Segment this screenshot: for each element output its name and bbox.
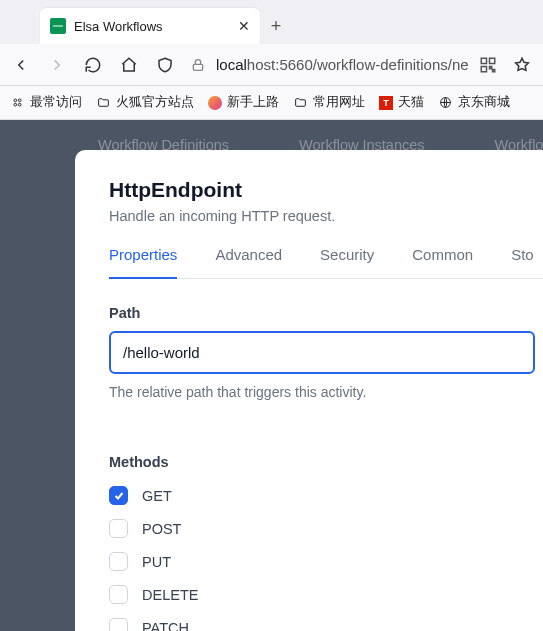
section-path: Path The relative path that triggers thi…	[109, 279, 543, 400]
checkbox-patch[interactable]	[109, 618, 128, 631]
method-item-put: PUT	[109, 552, 535, 571]
bookmark-jd[interactable]: 京东商城	[438, 94, 510, 111]
activity-panel: HttpEndpoint Handle an incoming HTTP req…	[75, 150, 543, 631]
qr-icon[interactable]	[479, 56, 497, 74]
svg-rect-3	[481, 66, 486, 71]
checkbox-put[interactable]	[109, 552, 128, 571]
tab-security[interactable]: Security	[320, 246, 374, 278]
back-button[interactable]	[10, 54, 32, 76]
firefox-icon	[208, 96, 222, 110]
method-item-delete: DELETE	[109, 585, 535, 604]
path-help: The relative path that triggers this act…	[109, 384, 535, 400]
forward-button[interactable]	[46, 54, 68, 76]
checkbox-post[interactable]	[109, 519, 128, 538]
tab-advanced[interactable]: Advanced	[215, 246, 282, 278]
panel-subtitle: Handle an incoming HTTP request.	[109, 208, 543, 224]
svg-point-6	[14, 99, 17, 102]
checkbox-delete[interactable]	[109, 585, 128, 604]
method-label: PUT	[142, 554, 171, 570]
method-label: PATCH	[142, 620, 189, 632]
bookmark-firefox-official[interactable]: 火狐官方站点	[96, 94, 194, 111]
new-tab-button[interactable]: +	[260, 8, 292, 44]
tab-properties[interactable]: Properties	[109, 246, 177, 279]
panel-title: HttpEndpoint	[109, 178, 543, 202]
svg-point-8	[14, 103, 17, 106]
tab-favicon	[50, 18, 66, 34]
svg-point-9	[18, 103, 21, 106]
svg-rect-4	[489, 66, 491, 68]
bookmark-label: 常用网址	[313, 94, 365, 111]
bookmark-label: 天猫	[398, 94, 424, 111]
bookmark-frequent[interactable]: 最常访问	[10, 94, 82, 111]
browser-chrome: Elsa Workflows ✕ + localhost:5660/workfl…	[0, 0, 543, 120]
method-label: GET	[142, 488, 172, 504]
method-label: POST	[142, 521, 181, 537]
svg-point-7	[18, 99, 21, 102]
svg-rect-1	[481, 58, 486, 63]
bookmark-label: 京东商城	[458, 94, 510, 111]
url-host: local	[216, 56, 247, 73]
svg-rect-5	[492, 69, 494, 71]
bookmark-newbie[interactable]: 新手上路	[208, 94, 279, 111]
reload-button[interactable]	[82, 54, 104, 76]
method-list: GET POST PUT DELETE PATCH	[109, 486, 535, 631]
method-item-post: POST	[109, 519, 535, 538]
browser-tab[interactable]: Elsa Workflows ✕	[40, 8, 260, 44]
tab-storage[interactable]: Sto	[511, 246, 534, 278]
panel-tabs: Properties Advanced Security Common Sto	[109, 246, 543, 279]
shield-icon[interactable]	[154, 54, 176, 76]
svg-rect-2	[489, 58, 494, 63]
section-methods: Methods GET POST PUT D	[109, 428, 543, 631]
tab-common[interactable]: Common	[412, 246, 473, 278]
address-url: localhost:5660/workflow-definitions/ne	[216, 56, 469, 73]
address-bar[interactable]: localhost:5660/workflow-definitions/ne	[190, 56, 497, 74]
home-button[interactable]	[118, 54, 140, 76]
app-area: Workflow Definitions Workflow Instances …	[0, 120, 543, 631]
tmall-icon: T	[379, 96, 393, 110]
bookmark-common[interactable]: 常用网址	[293, 94, 365, 111]
method-label: DELETE	[142, 587, 198, 603]
tab-bar: Elsa Workflows ✕ +	[0, 0, 543, 44]
bookmark-label: 新手上路	[227, 94, 279, 111]
close-icon[interactable]: ✕	[238, 18, 250, 34]
bookmark-star-button[interactable]	[511, 54, 533, 76]
bookmark-label: 最常访问	[30, 94, 82, 111]
tab-title: Elsa Workflows	[74, 19, 230, 34]
method-item-get: GET	[109, 486, 535, 505]
path-input[interactable]	[109, 331, 535, 374]
bookmarks-bar: 最常访问 火狐官方站点 新手上路 常用网址 T 天猫 京东商城	[0, 86, 543, 120]
checkbox-get[interactable]	[109, 486, 128, 505]
path-label: Path	[109, 305, 535, 321]
lock-icon	[190, 57, 206, 73]
url-rest: host:5660/workflow-definitions/ne	[247, 56, 469, 73]
method-item-patch: PATCH	[109, 618, 535, 631]
svg-rect-0	[193, 64, 202, 70]
methods-label: Methods	[109, 454, 535, 470]
browser-toolbar: localhost:5660/workflow-definitions/ne	[0, 44, 543, 86]
bookmark-tmall[interactable]: T 天猫	[379, 94, 424, 111]
bookmark-label: 火狐官方站点	[116, 94, 194, 111]
